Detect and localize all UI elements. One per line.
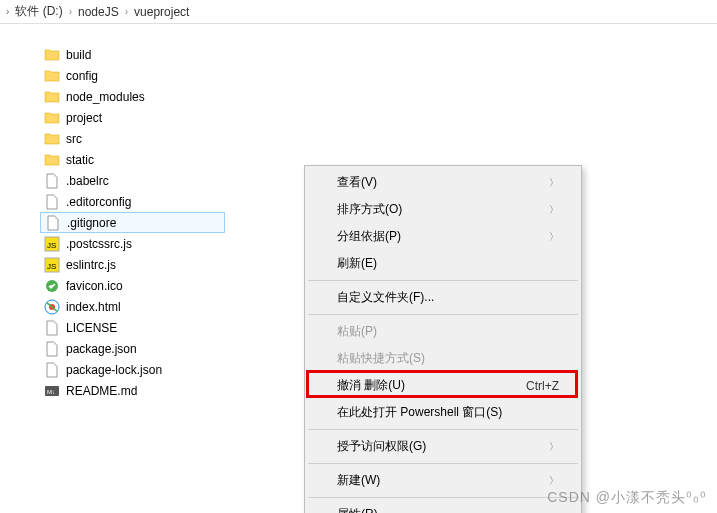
folder-src[interactable]: src [40,128,225,149]
svg-text:JS: JS [47,262,56,271]
file-icon [45,215,61,231]
file-label: node_modules [66,90,145,104]
md-icon: M↓ [44,383,60,399]
file-eslintrc[interactable]: JSeslintrc.js [40,254,225,275]
watermark: CSDN @小漾不秃头⁰₀⁰ [547,489,707,507]
breadcrumb-arrow-icon[interactable]: › [6,6,9,17]
menu-label: 在此处打开 Powershell 窗口(S) [337,404,502,421]
breadcrumb: › 软件 (D:) › nodeJS › vueproject [0,0,717,24]
file-label: package.json [66,342,137,356]
menu-separator [308,463,578,464]
menu-label: 刷新(E) [337,255,377,272]
file-label: .editorconfig [66,195,131,209]
file-label: .postcssrc.js [66,237,132,251]
js-icon: JS [44,236,60,252]
chevron-right-icon: › [125,6,128,17]
chevron-right-icon: 〉 [549,474,559,488]
menu-label: 分组依据(P) [337,228,401,245]
file-label: .gitignore [67,216,116,230]
file-label: build [66,48,91,62]
menu-sort[interactable]: 排序方式(O)〉 [307,196,579,223]
menu-grant-access[interactable]: 授予访问权限(G)〉 [307,433,579,460]
folder-config[interactable]: config [40,65,225,86]
file-label: index.html [66,300,121,314]
menu-separator [308,280,578,281]
file-postcssrc[interactable]: JS.postcssrc.js [40,233,225,254]
menu-label: 自定义文件夹(F)... [337,289,434,306]
js-icon: JS [44,257,60,273]
menu-refresh[interactable]: 刷新(E) [307,250,579,277]
menu-undo-delete[interactable]: 撤消 删除(U)Ctrl+Z [307,372,579,399]
menu-customize-folder[interactable]: 自定义文件夹(F)... [307,284,579,311]
folder-icon [44,68,60,84]
file-package-lock[interactable]: package-lock.json [40,359,225,380]
file-label: LICENSE [66,321,117,335]
chevron-right-icon: › [69,6,72,17]
file-icon [44,341,60,357]
file-label: README.md [66,384,137,398]
file-icon [44,320,60,336]
chevron-right-icon: 〉 [549,440,559,454]
file-favicon[interactable]: favicon.ico [40,275,225,296]
file-label: config [66,69,98,83]
menu-label: 排序方式(O) [337,201,402,218]
svg-text:M↓: M↓ [47,389,55,395]
menu-view[interactable]: 查看(V)〉 [307,169,579,196]
chevron-right-icon: 〉 [549,203,559,217]
menu-label: 粘贴(P) [337,323,377,340]
menu-label: 授予访问权限(G) [337,438,426,455]
menu-label: 查看(V) [337,174,377,191]
menu-shortcut: Ctrl+Z [526,379,559,393]
menu-group[interactable]: 分组依据(P)〉 [307,223,579,250]
file-icon [44,194,60,210]
file-gitignore[interactable]: .gitignore [40,212,225,233]
folder-node-modules[interactable]: node_modules [40,86,225,107]
menu-open-powershell[interactable]: 在此处打开 Powershell 窗口(S) [307,399,579,426]
file-label: project [66,111,102,125]
folder-icon [44,47,60,63]
menu-separator [308,314,578,315]
file-label: src [66,132,82,146]
file-readme[interactable]: M↓README.md [40,380,225,401]
breadcrumb-vueproject[interactable]: vueproject [134,5,189,19]
menu-paste: 粘贴(P) [307,318,579,345]
file-license[interactable]: LICENSE [40,317,225,338]
file-icon [44,173,60,189]
context-menu: 查看(V)〉 排序方式(O)〉 分组依据(P)〉 刷新(E) 自定义文件夹(F)… [304,165,582,513]
folder-project[interactable]: project [40,107,225,128]
menu-label: 撤消 删除(U) [337,377,405,394]
folder-icon [44,131,60,147]
chevron-right-icon: 〉 [549,176,559,190]
file-label: eslintrc.js [66,258,116,272]
breadcrumb-root[interactable]: 软件 (D:) [15,3,62,20]
folder-icon [44,89,60,105]
folder-build[interactable]: build [40,44,225,65]
menu-new[interactable]: 新建(W)〉 [307,467,579,494]
svg-text:JS: JS [47,241,56,250]
file-icon [44,362,60,378]
ico-icon [44,278,60,294]
file-babelrc[interactable]: .babelrc [40,170,225,191]
menu-label: 粘贴快捷方式(S) [337,350,425,367]
menu-label: 属性(R) [337,506,378,513]
chevron-right-icon: 〉 [549,230,559,244]
file-label: static [66,153,94,167]
menu-properties[interactable]: 属性(R) [307,501,579,513]
menu-separator [308,497,578,498]
menu-label: 新建(W) [337,472,380,489]
file-editorconfig[interactable]: .editorconfig [40,191,225,212]
folder-static[interactable]: static [40,149,225,170]
folder-icon [44,110,60,126]
html-icon [44,299,60,315]
menu-separator [308,429,578,430]
file-package-json[interactable]: package.json [40,338,225,359]
menu-paste-shortcut: 粘贴快捷方式(S) [307,345,579,372]
file-label: .babelrc [66,174,109,188]
file-label: favicon.ico [66,279,123,293]
folder-icon [44,152,60,168]
file-label: package-lock.json [66,363,162,377]
breadcrumb-nodejs[interactable]: nodeJS [78,5,119,19]
file-index-html[interactable]: index.html [40,296,225,317]
